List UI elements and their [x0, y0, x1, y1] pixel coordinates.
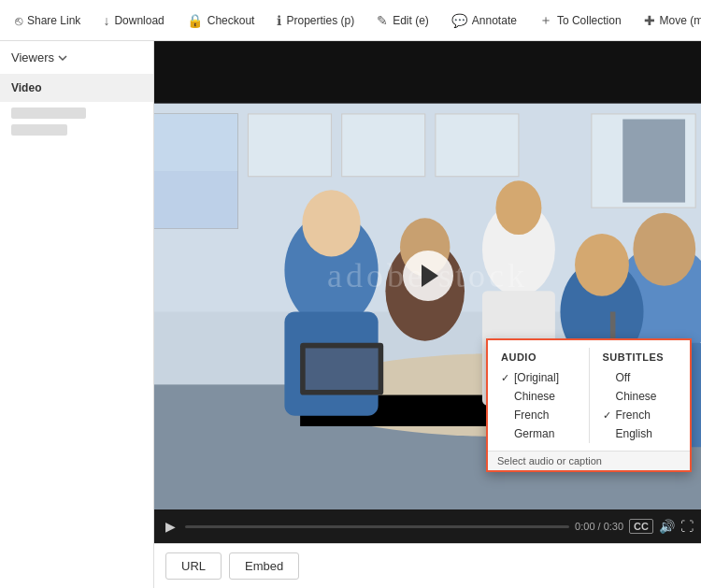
- svg-rect-31: [306, 348, 379, 390]
- sidebar-section-video: Video: [0, 74, 153, 102]
- sidebar-blurred-item-1: [11, 108, 86, 119]
- share-icon: ⎋: [15, 13, 22, 28]
- sidebar: Viewers Video: [0, 41, 154, 588]
- edit-button[interactable]: ✎ Edit (e): [369, 9, 436, 32]
- check-icon: ✓: [603, 409, 612, 422]
- svg-rect-1: [154, 41, 701, 104]
- audio-header: AUDIO: [488, 348, 589, 368]
- audio-item-chinese[interactable]: Chinese: [488, 387, 589, 406]
- properties-button[interactable]: ℹ Properties (p): [269, 9, 362, 32]
- popup-columns: AUDIO ✓ [Original] Chinese French: [488, 340, 690, 451]
- annotate-button[interactable]: 💬 Annotate: [444, 9, 524, 32]
- video-container[interactable]: adobe stock AUDIO ✓ [Original] Chinese: [154, 41, 701, 509]
- subtitles-header: SUBTITLES: [590, 348, 691, 368]
- subtitle-item-off[interactable]: Off: [590, 368, 691, 387]
- video-area: adobe stock AUDIO ✓ [Original] Chinese: [154, 41, 701, 588]
- subtitle-item-english[interactable]: English: [590, 424, 691, 443]
- svg-rect-6: [248, 114, 331, 177]
- checkout-button[interactable]: 🔒 Checkout: [179, 9, 263, 32]
- move-button[interactable]: ✚ Move (m): [637, 9, 701, 32]
- caption-button[interactable]: CC: [629, 519, 653, 534]
- check-icon: ✓: [501, 372, 510, 384]
- audio-column: AUDIO ✓ [Original] Chinese French: [488, 340, 589, 451]
- popup-tooltip: Select audio or caption: [488, 451, 690, 470]
- svg-point-26: [575, 234, 629, 296]
- video-controls: ▶ 0:00 / 0:30 CC 🔊 ⛶: [154, 509, 701, 543]
- svg-rect-10: [622, 120, 685, 203]
- viewers-label: Viewers: [11, 50, 54, 65]
- svg-rect-7: [342, 114, 425, 177]
- svg-rect-4: [154, 114, 237, 171]
- play-pause-button[interactable]: ▶: [162, 519, 179, 534]
- svg-point-21: [633, 213, 695, 286]
- time-display: 0:00 / 0:30: [575, 521, 623, 532]
- collection-icon: ＋: [539, 12, 552, 29]
- download-icon: ↓: [103, 13, 109, 28]
- chevron-down-icon: [58, 53, 67, 63]
- viewers-dropdown[interactable]: Viewers: [0, 41, 153, 74]
- audio-subtitle-popup: AUDIO ✓ [Original] Chinese French: [486, 338, 692, 472]
- subtitle-item-french[interactable]: ✓ French: [590, 406, 691, 424]
- to-collection-button[interactable]: ＋ To Collection: [532, 8, 629, 33]
- svg-rect-8: [436, 114, 519, 177]
- embed-button[interactable]: Embed: [229, 552, 299, 580]
- svg-point-18: [495, 180, 541, 235]
- pencil-icon: ✎: [377, 13, 388, 28]
- subtitles-column: SUBTITLES Off Chinese ✓ French: [590, 340, 691, 451]
- progress-bar[interactable]: [185, 525, 569, 528]
- lock-icon: 🔒: [187, 13, 203, 28]
- comment-icon: 💬: [451, 13, 467, 28]
- share-link-button[interactable]: ⎋ Share Link: [7, 9, 88, 32]
- audio-item-original[interactable]: ✓ [Original]: [488, 368, 589, 387]
- main-layout: Viewers Video: [0, 41, 701, 588]
- fullscreen-button[interactable]: ⛶: [680, 519, 694, 534]
- download-button[interactable]: ↓ Download: [95, 9, 171, 32]
- subtitle-item-chinese[interactable]: Chinese: [590, 387, 691, 406]
- audio-item-french[interactable]: French: [488, 406, 589, 424]
- svg-point-15: [302, 190, 360, 256]
- play-button[interactable]: [403, 251, 453, 301]
- svg-rect-5: [154, 171, 237, 228]
- volume-button[interactable]: 🔊: [659, 519, 675, 534]
- bottom-bar: URL Embed: [154, 543, 701, 588]
- sidebar-blurred-item-2: [11, 124, 67, 136]
- toolbar: ⎋ Share Link ↓ Download 🔒 Checkout ℹ Pro…: [0, 0, 701, 41]
- move-icon: ✚: [644, 13, 655, 28]
- info-icon: ℹ: [277, 13, 281, 28]
- audio-item-german[interactable]: German: [488, 424, 589, 443]
- url-button[interactable]: URL: [165, 552, 222, 580]
